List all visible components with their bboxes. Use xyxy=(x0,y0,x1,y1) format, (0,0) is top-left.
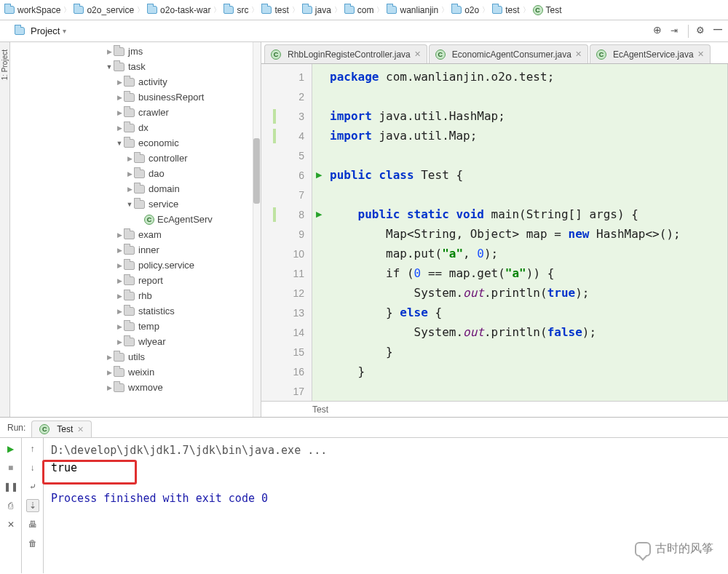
rerun-button[interactable]: ▶ xyxy=(4,442,17,455)
tree-row[interactable]: ▶dx xyxy=(13,120,261,135)
chevron-right-icon[interactable]: ▶ xyxy=(115,277,124,284)
minimize-icon[interactable] xyxy=(713,26,724,36)
scroll-end-button[interactable]: ⇣ xyxy=(26,499,39,512)
editor-tab[interactable]: CRhbLoginRegisteController.java✕ xyxy=(264,44,427,63)
close-button[interactable]: ✕ xyxy=(4,518,17,531)
close-icon[interactable]: ✕ xyxy=(77,425,84,434)
breadcrumb-item[interactable]: com xyxy=(344,5,374,15)
gutter-line[interactable]: 3 xyxy=(261,106,312,126)
close-icon[interactable]: ✕ xyxy=(697,49,704,59)
tree-row[interactable]: ▶wxmove xyxy=(13,380,261,395)
editor-breadcrumb[interactable]: Test xyxy=(261,401,728,417)
tree-row[interactable]: ▶activity xyxy=(13,74,261,89)
gutter-line[interactable]: 17 xyxy=(261,381,312,401)
clear-button[interactable]: 🗑 xyxy=(26,537,39,550)
tree-row[interactable]: ▶inner xyxy=(13,242,261,258)
tree-row[interactable]: ▼economic xyxy=(13,135,261,151)
gear-icon[interactable] xyxy=(696,26,706,36)
gutter-line[interactable]: 11 xyxy=(261,263,312,283)
print-button[interactable]: 🖶 xyxy=(26,518,39,531)
gutter-line[interactable]: 16 xyxy=(261,362,312,381)
editor-tab[interactable]: CEcAgentService.java✕ xyxy=(590,44,711,63)
tree-row[interactable]: ▶wlyear xyxy=(13,334,261,349)
code-editor[interactable]: package com.wanlianjin.o2o.test; import … xyxy=(312,64,727,401)
gutter-line[interactable]: 9 xyxy=(261,224,312,244)
gutter-line[interactable]: 10 xyxy=(261,244,312,263)
tree-row[interactable]: ▶dao xyxy=(13,166,261,181)
breadcrumb-item[interactable]: java xyxy=(302,5,331,15)
chevron-right-icon[interactable]: ▶ xyxy=(115,308,124,315)
tree-row[interactable]: ▶policy.service xyxy=(13,258,261,273)
gutter-line[interactable]: 12 xyxy=(261,283,312,303)
chevron-right-icon[interactable]: ▶ xyxy=(115,292,124,300)
gutter-line[interactable]: 15 xyxy=(261,342,312,362)
close-icon[interactable]: ✕ xyxy=(414,49,421,59)
gutter-line[interactable]: 14 xyxy=(261,322,312,342)
chevron-right-icon[interactable]: ▶ xyxy=(125,186,134,193)
gutter-line[interactable]: 8▶ xyxy=(261,204,312,224)
chevron-right-icon[interactable]: ▶ xyxy=(105,384,114,391)
soft-wrap-button[interactable]: ⤶ xyxy=(26,480,39,493)
editor-tab[interactable]: CEconomicAgentConsumer.java✕ xyxy=(429,44,588,63)
chevron-right-icon[interactable]: ▶ xyxy=(105,354,114,361)
tree-row[interactable]: ▶report xyxy=(13,273,261,288)
breadcrumb-item[interactable]: CTest xyxy=(533,5,562,15)
run-gutter-icon[interactable]: ▶ xyxy=(316,170,322,180)
tree-row[interactable]: ▶jms xyxy=(13,44,261,59)
tree-row[interactable]: ▼task xyxy=(13,59,261,74)
chevron-right-icon[interactable]: ▶ xyxy=(115,262,124,269)
breadcrumb-item[interactable]: o2o_service xyxy=(74,5,134,15)
up-button[interactable]: ↑ xyxy=(26,442,39,455)
run-gutter-icon[interactable]: ▶ xyxy=(316,210,322,219)
scrollbar-track[interactable] xyxy=(253,42,261,417)
tree-row[interactable]: ▶utils xyxy=(13,349,261,364)
breadcrumb-item[interactable]: src xyxy=(223,5,248,15)
chevron-right-icon[interactable]: ▶ xyxy=(125,155,134,162)
chevron-right-icon[interactable]: ▶ xyxy=(125,170,134,178)
chevron-right-icon[interactable]: ▶ xyxy=(115,109,124,116)
breadcrumb-item[interactable]: workSpace xyxy=(4,5,60,15)
gutter-line[interactable]: 13 xyxy=(261,303,312,322)
tree-row[interactable]: ▶businessReport xyxy=(13,89,261,105)
tree-row[interactable]: ▶controller xyxy=(13,151,261,166)
gutter-line[interactable]: 5 xyxy=(261,146,312,165)
console-output[interactable]: D:\develop\jdk\jdk1.7\jdk\bin\java.exe .… xyxy=(44,438,728,573)
tree-row[interactable]: ▶exam xyxy=(13,227,261,242)
chevron-right-icon[interactable]: ▶ xyxy=(115,247,124,254)
dump-button[interactable]: ⎙ xyxy=(4,499,17,512)
down-button[interactable]: ↓ xyxy=(26,461,39,474)
sidebar-tab-project[interactable]: 1: Project xyxy=(1,49,9,80)
tree-row[interactable]: CEcAgentServ xyxy=(13,212,261,227)
breadcrumb-item[interactable]: test xyxy=(492,5,519,15)
tree-row[interactable]: ▶domain xyxy=(13,181,261,196)
project-tree[interactable]: ▶jms▼task▶activity▶businessReport▶crawle… xyxy=(10,42,261,417)
gutter-line[interactable]: 6▶ xyxy=(261,165,312,185)
pause-button[interactable]: ❚❚ xyxy=(4,480,17,493)
breadcrumb-item[interactable]: o2o-task-war xyxy=(147,5,210,15)
breadcrumb-item[interactable]: test xyxy=(261,5,288,15)
tree-row[interactable]: ▶weixin xyxy=(13,364,261,380)
chevron-down-icon[interactable]: ▼ xyxy=(115,140,124,147)
chevron-right-icon[interactable]: ▶ xyxy=(115,231,124,239)
close-icon[interactable]: ✕ xyxy=(575,49,582,59)
tree-row[interactable]: ▶statistics xyxy=(13,303,261,319)
chevron-right-icon[interactable]: ▶ xyxy=(115,79,124,86)
breadcrumb-item[interactable]: o2o xyxy=(451,5,479,15)
chevron-right-icon[interactable]: ▶ xyxy=(115,94,124,101)
locate-icon[interactable] xyxy=(653,26,663,36)
tree-row[interactable]: ▶rhb xyxy=(13,288,261,303)
tree-row[interactable]: ▼service xyxy=(13,196,261,212)
chevron-down-icon[interactable]: ▼ xyxy=(125,201,134,208)
chevron-right-icon[interactable]: ▶ xyxy=(115,124,124,132)
chevron-right-icon[interactable]: ▶ xyxy=(115,338,124,346)
gutter-line[interactable]: 7 xyxy=(261,185,312,204)
chevron-down-icon[interactable]: ▼ xyxy=(105,63,114,71)
chevron-right-icon[interactable]: ▶ xyxy=(105,48,114,55)
project-selector[interactable]: Project ▾ xyxy=(15,25,653,36)
gutter-line[interactable]: 1 xyxy=(261,67,312,87)
gutter-line[interactable]: 4 xyxy=(261,126,312,146)
stop-button[interactable]: ■ xyxy=(4,461,17,474)
scrollbar-thumb[interactable] xyxy=(253,138,260,204)
chevron-right-icon[interactable]: ▶ xyxy=(115,323,124,330)
chevron-right-icon[interactable]: ▶ xyxy=(105,369,114,376)
